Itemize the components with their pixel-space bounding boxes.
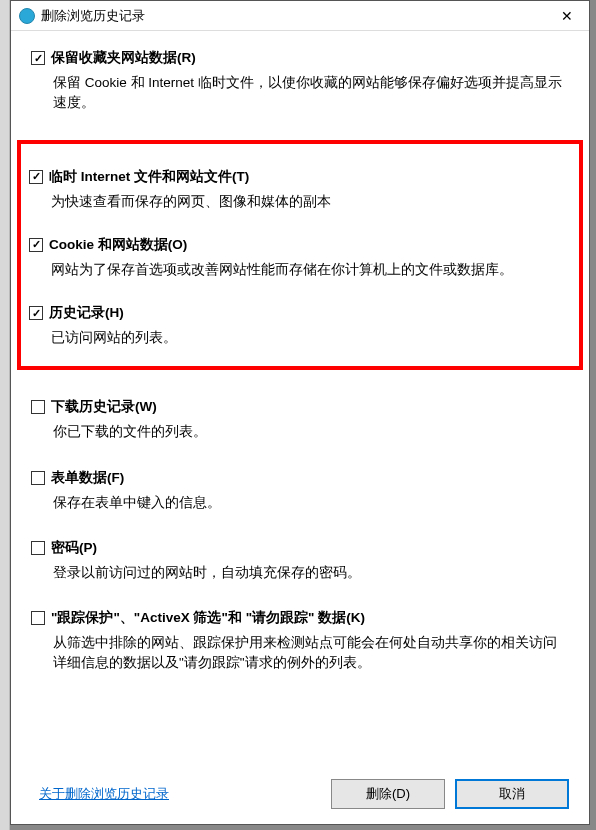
ie-icon [19, 8, 35, 24]
dialog-window: 删除浏览历史记录 ✕ 保留收藏夹网站数据(R) 保留 Cookie 和 Inte… [10, 0, 590, 825]
desc-cookies: 网站为了保存首选项或改善网站性能而存储在你计算机上的文件或数据库。 [51, 260, 567, 280]
label-download-history: 下载历史记录(W) [51, 398, 157, 416]
label-passwords: 密码(P) [51, 539, 97, 557]
checkbox-tracking[interactable] [31, 611, 45, 625]
label-temp-files: 临时 Internet 文件和网站文件(T) [49, 168, 249, 186]
close-icon: ✕ [561, 8, 573, 24]
delete-button[interactable]: 删除(D) [331, 779, 445, 809]
checkbox-preserve-favorites[interactable] [31, 51, 45, 65]
option-passwords: 密码(P) 登录以前访问过的网站时，自动填充保存的密码。 [31, 539, 569, 583]
highlighted-options: 临时 Internet 文件和网站文件(T) 为快速查看而保存的网页、图像和媒体… [17, 140, 583, 371]
checkbox-download-history[interactable] [31, 400, 45, 414]
checkbox-temp-files[interactable] [29, 170, 43, 184]
dialog-footer: 关于删除浏览历史记录 删除(D) 取消 [11, 764, 589, 824]
option-cookies: Cookie 和网站数据(O) 网站为了保存首选项或改善网站性能而存储在你计算机… [29, 236, 567, 280]
checkbox-history[interactable] [29, 306, 43, 320]
label-history: 历史记录(H) [49, 304, 124, 322]
label-form-data: 表单数据(F) [51, 469, 124, 487]
label-cookies: Cookie 和网站数据(O) [49, 236, 187, 254]
option-tracking: "跟踪保护"、"ActiveX 筛选"和 "请勿跟踪" 数据(K) 从筛选中排除… [31, 609, 569, 674]
checkbox-cookies[interactable] [29, 238, 43, 252]
label-tracking: "跟踪保护"、"ActiveX 筛选"和 "请勿跟踪" 数据(K) [51, 609, 365, 627]
desc-history: 已访问网站的列表。 [51, 328, 567, 348]
dialog-title: 删除浏览历史记录 [41, 7, 545, 25]
label-preserve-favorites: 保留收藏夹网站数据(R) [51, 49, 196, 67]
checkbox-passwords[interactable] [31, 541, 45, 555]
checkbox-form-data[interactable] [31, 471, 45, 485]
left-edge [0, 0, 10, 830]
option-temp-files: 临时 Internet 文件和网站文件(T) 为快速查看而保存的网页、图像和媒体… [29, 168, 567, 212]
close-button[interactable]: ✕ [545, 1, 589, 30]
option-download-history: 下载历史记录(W) 你已下载的文件的列表。 [31, 398, 569, 442]
desc-temp-files: 为快速查看而保存的网页、图像和媒体的副本 [51, 192, 567, 212]
about-link[interactable]: 关于删除浏览历史记录 [39, 785, 169, 803]
dialog-content: 保留收藏夹网站数据(R) 保留 Cookie 和 Internet 临时文件，以… [11, 31, 589, 764]
desc-tracking: 从筛选中排除的网站、跟踪保护用来检测站点可能会在何处自动共享你的相关访问详细信息… [53, 633, 569, 674]
option-form-data: 表单数据(F) 保存在表单中键入的信息。 [31, 469, 569, 513]
desc-passwords: 登录以前访问过的网站时，自动填充保存的密码。 [53, 563, 569, 583]
desc-form-data: 保存在表单中键入的信息。 [53, 493, 569, 513]
option-history: 历史记录(H) 已访问网站的列表。 [29, 304, 567, 348]
desc-download-history: 你已下载的文件的列表。 [53, 422, 569, 442]
desc-preserve-favorites: 保留 Cookie 和 Internet 临时文件，以使你收藏的网站能够保存偏好… [53, 73, 569, 114]
option-preserve-favorites: 保留收藏夹网站数据(R) 保留 Cookie 和 Internet 临时文件，以… [31, 49, 569, 114]
cancel-button[interactable]: 取消 [455, 779, 569, 809]
titlebar: 删除浏览历史记录 ✕ [11, 1, 589, 31]
